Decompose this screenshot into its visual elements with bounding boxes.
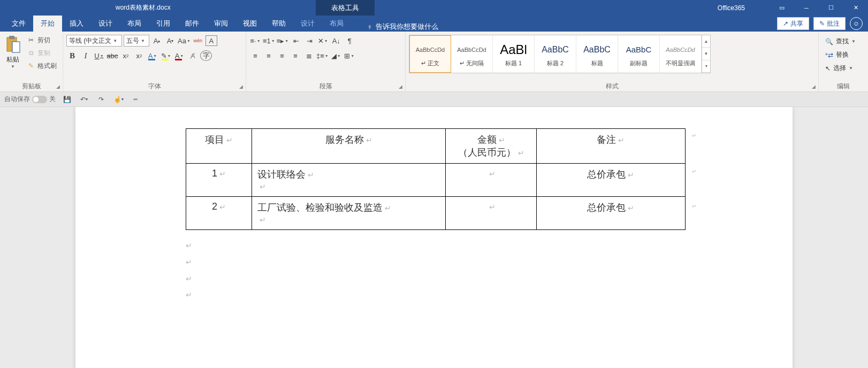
gallery-more-icon[interactable]: ▾ <box>702 60 710 73</box>
table-cell[interactable]: 2↵ <box>186 197 252 230</box>
tell-me-search[interactable]: ♀ 告诉我你想要做什么 <box>367 22 438 32</box>
table-row[interactable]: 2↵ 工厂试验、检验和验收及监造↵↵ ↵ 总价承包↵ <box>186 197 686 230</box>
tab-view[interactable]: 视图 <box>235 16 264 32</box>
highlight-button[interactable]: ✎▼ <box>160 50 172 62</box>
save-button[interactable]: 💾 <box>61 94 73 105</box>
tab-table-layout[interactable]: 布局 <box>322 16 351 32</box>
share-button[interactable]: ↗共享 <box>777 17 809 30</box>
paste-icon[interactable] <box>4 35 21 54</box>
bullets-button[interactable]: ≡·▼ <box>249 35 261 47</box>
select-button[interactable]: ↖选择▼ <box>822 63 865 74</box>
format-painter-button[interactable]: ✎格式刷 <box>25 60 59 71</box>
style-gallery[interactable]: AaBbCcDd ↵ 正文 AaBbCcDd ↵ 无间隔 AaBl 标题 1 A… <box>409 35 711 73</box>
font-name-combo[interactable]: 等线 (中文正文▼ <box>66 35 122 47</box>
italic-button[interactable]: I <box>80 50 92 62</box>
clipboard-launcher[interactable]: ◢ <box>54 83 62 90</box>
ribbon-display-options-icon[interactable]: ▭ <box>770 0 794 16</box>
strikethrough-button[interactable]: abc <box>106 50 118 62</box>
underline-button[interactable]: U▼ <box>93 50 105 62</box>
tab-table-design[interactable]: 设计 <box>293 16 322 32</box>
style-title[interactable]: AaBbC 标题 <box>576 35 618 73</box>
paste-button[interactable]: 粘贴 <box>6 55 19 64</box>
table-header-cell[interactable]: 项目↵ <box>186 129 252 164</box>
numbering-button[interactable]: ≡1▼ <box>263 35 275 47</box>
bold-button[interactable]: B <box>66 50 78 62</box>
paragraph-launcher[interactable]: ◢ <box>397 83 404 90</box>
touch-mode-button[interactable]: ☝▾ <box>112 94 124 105</box>
tab-references[interactable]: 引用 <box>149 16 178 32</box>
tab-mailings[interactable]: 邮件 <box>178 16 207 32</box>
tab-help[interactable]: 帮助 <box>264 16 293 32</box>
maximize-button[interactable]: ☐ <box>819 0 843 16</box>
table-cell[interactable]: 总价承包↵ <box>536 164 685 197</box>
change-case-button[interactable]: Aa▼ <box>178 35 191 47</box>
gallery-down-icon[interactable]: ▼ <box>702 48 710 60</box>
shrink-font-button[interactable]: A▾ <box>164 35 176 47</box>
show-hide-button[interactable]: ¶ <box>344 35 355 47</box>
cut-button[interactable]: ✂剪切 <box>25 35 59 45</box>
redo-button[interactable]: ↷ <box>95 94 107 105</box>
font-color-button[interactable]: A▼ <box>173 50 185 62</box>
table-cell[interactable]: ↵ <box>446 164 537 197</box>
subscript-button[interactable]: x2 <box>120 50 132 62</box>
minimize-button[interactable]: ─ <box>794 0 819 16</box>
enclose-characters-button[interactable]: 字 <box>200 50 212 61</box>
table-cell[interactable]: 总价承包↵ <box>536 197 685 230</box>
table-cell[interactable]: 设计联络会↵↵ <box>252 164 446 197</box>
align-right-button[interactable]: ≡ <box>276 50 288 62</box>
table-cell[interactable]: ↵ <box>446 197 537 230</box>
line-spacing-button[interactable]: ‡≡▼ <box>316 50 329 62</box>
style-normal[interactable]: AaBbCcDd ↵ 正文 <box>409 35 451 73</box>
grow-font-button[interactable]: A▴ <box>151 35 163 47</box>
font-launcher[interactable]: ◢ <box>237 83 245 90</box>
styles-launcher[interactable]: ◢ <box>810 83 817 90</box>
table-row[interactable]: 项目↵ 服务名称↵ 金额↵（人民币元）↵ 备注↵ <box>186 129 686 164</box>
replace-button[interactable]: ᵃ⇄替换 <box>822 49 865 60</box>
page[interactable]: 项目↵ 服务名称↵ 金额↵（人民币元）↵ 备注↵ 1↵ 设计联络会↵↵ ↵ 总价… <box>75 107 793 368</box>
style-heading2[interactable]: AaBbC 标题 2 <box>535 35 576 73</box>
distributed-button[interactable]: ≣ <box>303 50 315 62</box>
character-border-button[interactable]: A <box>205 35 217 46</box>
font-size-combo[interactable]: 五号▼ <box>124 35 149 47</box>
find-button[interactable]: 🔍查找▼ <box>822 36 865 47</box>
table-row[interactable]: 1↵ 设计联络会↵↵ ↵ 总价承包↵ <box>186 164 686 197</box>
gallery-up-icon[interactable]: ▲ <box>702 35 710 48</box>
customize-qat-button[interactable]: ═ <box>130 94 141 105</box>
table-cell[interactable]: 工厂试验、检验和验收及监造↵↵ <box>252 197 446 230</box>
tab-file[interactable]: 文件 <box>4 16 33 32</box>
table-header-cell[interactable]: 备注↵ <box>536 129 685 164</box>
style-subtitle[interactable]: AaBbC 副标题 <box>618 35 660 73</box>
justify-button[interactable]: ≡ <box>290 50 301 62</box>
document-area[interactable]: 项目↵ 服务名称↵ 金额↵（人民币元）↵ 备注↵ 1↵ 设计联络会↵↵ ↵ 总价… <box>0 107 868 368</box>
style-subtle-emphasis[interactable]: AaBbCcDd 不明显强调 <box>660 35 702 73</box>
tab-insert[interactable]: 插入 <box>62 16 91 32</box>
table-header-cell[interactable]: 金额↵（人民币元）↵ <box>446 129 537 164</box>
tab-design[interactable]: 设计 <box>91 16 120 32</box>
superscript-button[interactable]: x2 <box>133 50 145 62</box>
phonetic-guide-button[interactable]: wén <box>192 35 204 47</box>
comments-button[interactable]: ✎批注 <box>813 17 846 30</box>
table-header-cell[interactable]: 服务名称↵ <box>252 129 446 164</box>
tab-review[interactable]: 审阅 <box>207 16 235 32</box>
tab-layout[interactable]: 布局 <box>120 16 149 32</box>
asian-layout-button[interactable]: ✕▼ <box>317 35 329 47</box>
tab-home[interactable]: 开始 <box>33 16 62 32</box>
borders-button[interactable]: ⊞▼ <box>344 50 355 62</box>
close-button[interactable]: ✕ <box>843 0 868 16</box>
align-left-button[interactable]: ≡ <box>249 50 261 62</box>
feedback-icon[interactable]: ☺ <box>850 17 863 30</box>
style-no-spacing[interactable]: AaBbCcDd ↵ 无间隔 <box>451 35 493 73</box>
multilevel-list-button[interactable]: ≡▸▼ <box>277 35 289 47</box>
shading-button[interactable]: ◢▼ <box>330 50 342 62</box>
document-table[interactable]: 项目↵ 服务名称↵ 金额↵（人民币元）↵ 备注↵ 1↵ 设计联络会↵↵ ↵ 总价… <box>186 128 686 230</box>
decrease-indent-button[interactable]: ⇤ <box>290 35 302 47</box>
text-effects-button[interactable]: A▼ <box>147 50 158 62</box>
align-center-button[interactable]: ≡ <box>263 50 275 62</box>
autosave-toggle[interactable]: 自动保存 关 <box>4 95 56 104</box>
clear-formatting-button[interactable]: A̸ <box>187 50 199 62</box>
increase-indent-button[interactable]: ⇥ <box>303 35 315 47</box>
table-cell[interactable]: 1↵ <box>186 164 252 197</box>
undo-button[interactable]: ↶▾ <box>78 94 90 105</box>
style-heading1[interactable]: AaBl 标题 1 <box>493 35 535 73</box>
sort-button[interactable]: A↓ <box>330 35 342 47</box>
